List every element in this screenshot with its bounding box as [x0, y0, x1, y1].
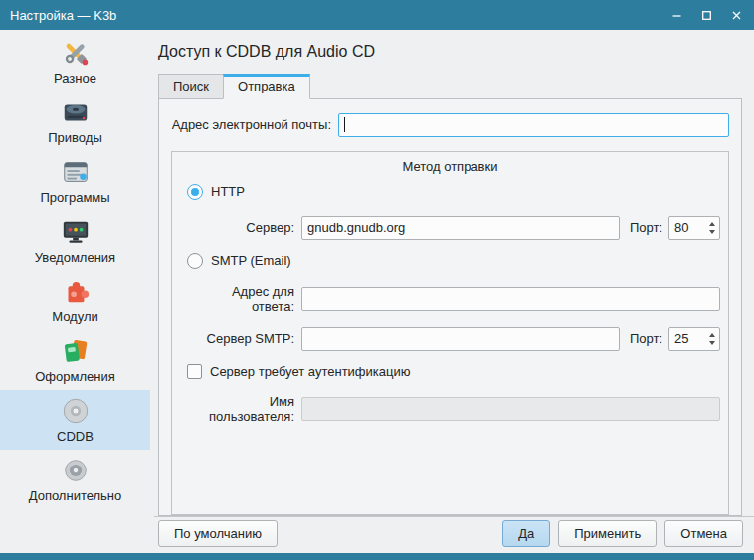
email-label: Адрес электронной почты: — [163, 117, 338, 132]
spin-down-button[interactable] — [704, 339, 719, 347]
server-label: Сервер: — [186, 220, 301, 235]
auth-checkbox-row[interactable]: Сервер требует аутентификацию — [187, 364, 720, 379]
email-input[interactable] — [338, 113, 729, 137]
plugin-puzzle-icon — [61, 277, 91, 306]
apply-button[interactable]: Применить — [558, 520, 657, 547]
sidebar-item-label: CDDB — [57, 429, 94, 444]
username-row: Имя пользователя: — [186, 394, 720, 424]
chevron-down-icon — [709, 341, 715, 345]
sidebar-item-themes[interactable]: Оформления — [0, 330, 150, 390]
spin-up-button[interactable] — [704, 331, 719, 339]
defaults-button[interactable]: По умолчанию — [158, 520, 278, 547]
smtp-server-row: Сервер SMTP: Порт: 25 — [186, 327, 720, 351]
smtp-port-label: Порт: — [630, 331, 662, 346]
submit-tab-panel: Адрес электронной почты: Метод отправки … — [158, 98, 742, 516]
settings-page: Доступ к CDDB для Audio CD Поиск Отправк… — [150, 30, 754, 553]
smtp-radio[interactable] — [187, 253, 203, 269]
sidebar-item-cddb[interactable]: CDDB — [0, 390, 150, 450]
notifications-monitor-icon — [61, 217, 91, 247]
http-server-input[interactable]: gnudb.gnudb.org — [301, 216, 620, 240]
http-port-spinbox[interactable]: 80 — [668, 216, 720, 240]
smtp-radio-label: SMTP (Email) — [211, 253, 291, 268]
close-button[interactable] — [729, 8, 744, 23]
tab-search[interactable]: Поиск — [158, 74, 224, 99]
chevron-down-icon — [709, 230, 715, 234]
sidebar-item-plugins[interactable]: Модули — [0, 271, 150, 330]
sidebar-item-label: Разное — [54, 71, 96, 86]
http-server-value: gnudb.gnudb.org — [307, 220, 405, 235]
http-radio[interactable] — [187, 184, 203, 200]
smtp-server-label: Сервер SMTP: — [186, 331, 301, 346]
minimize-icon — [670, 9, 683, 22]
http-port-label: Порт: — [630, 220, 662, 235]
smtp-radio-row[interactable]: SMTP (Email) — [187, 253, 720, 269]
username-input — [301, 397, 720, 421]
sidebar-item-misc[interactable]: Разное — [0, 32, 150, 92]
email-row: Адрес электронной почты: — [163, 113, 729, 137]
themes-icon — [61, 336, 91, 366]
http-radio-label: HTTP — [211, 184, 245, 199]
maximize-icon — [700, 9, 713, 22]
window-bottom-border — [0, 553, 754, 560]
tabbar: Поиск Отправка — [150, 74, 754, 99]
chevron-up-icon — [709, 333, 715, 337]
dialog-button-box: По умолчанию Да Применить Отмена — [154, 516, 754, 553]
spin-arrows — [704, 328, 719, 350]
settings-category-list: Разное Приводы — [0, 30, 150, 553]
close-icon — [730, 9, 743, 22]
sidebar-item-advanced[interactable]: Дополнительно — [0, 450, 150, 509]
reply-address-label: Адрес для ответа: — [186, 284, 301, 314]
auth-checkbox[interactable] — [187, 364, 202, 379]
cancel-button[interactable]: Отмена — [664, 520, 743, 547]
sidebar-item-label: Оформления — [35, 369, 115, 384]
sidebar-item-label: Уведомления — [35, 250, 115, 265]
submit-method-group: Метод отправки HTTP Сервер: gnudb.gnudb.… — [171, 151, 729, 515]
window-controls — [669, 8, 744, 23]
username-label: Имя пользователя: — [186, 394, 301, 424]
sidebar-item-drives[interactable]: Приводы — [0, 92, 150, 151]
reply-address-row: Адрес для ответа: — [186, 284, 720, 314]
optical-drive-icon — [61, 97, 91, 127]
http-server-row: Сервер: gnudb.gnudb.org Порт: 80 — [186, 216, 720, 240]
smtp-server-input[interactable] — [301, 327, 620, 351]
text-caret — [344, 117, 345, 132]
spin-up-button[interactable] — [704, 220, 719, 228]
spin-arrows — [704, 217, 719, 239]
auth-checkbox-label: Сервер требует аутентификацию — [210, 364, 410, 379]
spin-down-button[interactable] — [704, 228, 719, 236]
titlebar[interactable]: Настройка — K3b — [0, 0, 754, 30]
chevron-up-icon — [709, 222, 715, 226]
smtp-port-value: 25 — [669, 328, 704, 350]
tab-submit[interactable]: Отправка — [223, 74, 310, 99]
programs-window-icon — [61, 157, 91, 187]
reply-address-input[interactable] — [301, 287, 720, 311]
window-title: Настройка — K3b — [10, 8, 669, 23]
maximize-button[interactable] — [699, 8, 714, 23]
group-title: Метод отправки — [172, 159, 728, 174]
sidebar-item-label: Модули — [52, 309, 98, 324]
dialog-body: Разное Приводы — [0, 30, 754, 553]
disc-advanced-icon — [61, 456, 91, 485]
http-radio-row[interactable]: HTTP — [187, 184, 720, 200]
page-title: Доступ к CDDB для Audio CD — [150, 30, 754, 74]
ok-button[interactable]: Да — [502, 520, 550, 547]
sidebar-item-label: Дополнительно — [29, 488, 122, 503]
k3b-settings-window: Настройка — K3b Разное — [0, 0, 754, 560]
sidebar-item-label: Приводы — [48, 130, 101, 145]
sidebar-item-notifications[interactable]: Уведомления — [0, 211, 150, 271]
http-port-value: 80 — [669, 217, 704, 239]
smtp-port-spinbox[interactable]: 25 — [668, 327, 720, 351]
sidebar-item-label: Программы — [40, 190, 109, 205]
disc-icon — [61, 396, 91, 426]
tools-icon — [61, 38, 91, 68]
minimize-button[interactable] — [669, 8, 684, 23]
sidebar-item-programs[interactable]: Программы — [0, 151, 150, 211]
